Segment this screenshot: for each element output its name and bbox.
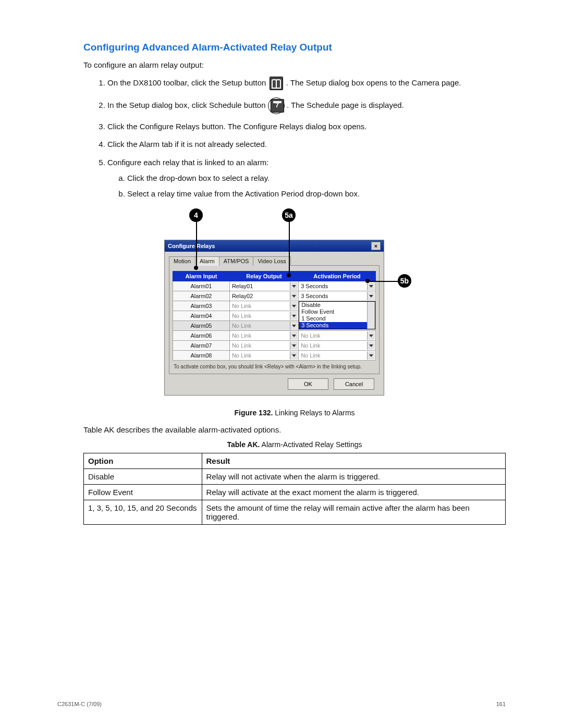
relay-grid: Alarm Input Relay Output Activation Peri… [173, 271, 376, 361]
alarm-cell: Alarm02 [173, 291, 230, 301]
relay-output-dropdown[interactable]: No Link [229, 321, 298, 331]
relay-value: No Link [232, 352, 251, 359]
page-footer: C2631M-C (7/09) 161 [57, 701, 506, 707]
period-value: 3 Seconds [301, 293, 328, 299]
alarm-cell: Alarm06 [173, 331, 230, 341]
callout-5b-label: 5b [400, 277, 409, 285]
scrollbar[interactable] [367, 302, 375, 329]
callout-5a: 5a [282, 208, 296, 222]
dropdown-option[interactable]: 1 Second [299, 315, 375, 322]
chevron-down-icon[interactable] [367, 292, 375, 300]
chevron-down-icon[interactable] [367, 282, 375, 290]
chevron-down-icon[interactable] [290, 341, 298, 350]
chevron-down-icon[interactable] [290, 282, 298, 290]
callout-5b: 5b [398, 274, 411, 288]
relay-output-dropdown[interactable]: No Link [229, 331, 298, 341]
relay-output-dropdown[interactable]: Relay02 [229, 291, 298, 301]
tab-videoloss[interactable]: Video Loss [253, 256, 290, 266]
alarm-cell: Alarm08 [173, 351, 230, 361]
activation-period-dropdown[interactable]: No Link [299, 331, 376, 341]
setup-icon [270, 77, 283, 90]
activation-period-dropdown[interactable]: No Link [299, 351, 376, 361]
option-cell: Disable [84, 469, 202, 485]
chevron-down-icon[interactable] [290, 331, 298, 340]
callout-4-label: 4 [194, 211, 198, 219]
activation-period-dropdown[interactable]: 3 Seconds [299, 291, 376, 301]
chevron-down-icon[interactable] [367, 341, 375, 350]
activation-period-dropdown-open[interactable]: Disable Follow Event 1 Second 3 Seconds [299, 301, 376, 321]
options-row: 1, 3, 5, 10, 15, and 20 Seconds Sets the… [84, 500, 506, 525]
close-icon[interactable]: × [371, 242, 381, 250]
col-alarm-input: Alarm Input [173, 272, 230, 281]
activation-period-dropdown[interactable]: 3 Seconds [299, 281, 376, 291]
dropdown-listbox[interactable]: Disable Follow Event 1 Second 3 Seconds [299, 301, 375, 329]
relay-value: No Link [232, 303, 251, 309]
callout-5a-label: 5a [285, 211, 293, 219]
period-value: 3 Seconds [301, 283, 328, 289]
relay-output-dropdown[interactable]: Relay01 [229, 281, 298, 291]
annotated-screenshot: 4 5a 5b Configure Relays × Motion Alarm [164, 208, 425, 401]
step-4: Click the Alarm tab if it is not already… [107, 139, 506, 150]
step-2: In the Setup dialog box, click Schedule … [107, 97, 506, 114]
cancel-button[interactable]: Cancel [334, 378, 374, 390]
options-table: Option Result Disable Relay will not act… [83, 453, 506, 525]
relay-output-dropdown[interactable]: No Link [229, 301, 298, 311]
step-5-text: Configure each relay that is linked to a… [107, 158, 268, 167]
tab-motion[interactable]: Motion [169, 256, 195, 266]
option-cell: 1, 3, 5, 10, 15, and 20 Seconds [84, 500, 202, 525]
dropdown-option[interactable]: Disable [299, 302, 375, 309]
chevron-down-icon[interactable] [290, 292, 298, 300]
alarm-cell: Alarm05 [173, 321, 230, 331]
chevron-down-icon[interactable] [290, 312, 298, 320]
dialog-titlebar: Configure Relays × [165, 240, 384, 252]
relay-output-dropdown[interactable]: No Link [229, 341, 298, 351]
dropdown-option-selected[interactable]: 3 Seconds [299, 322, 375, 329]
options-row: Disable Relay will not activate when the… [84, 469, 506, 485]
alarm-cell: Alarm07 [173, 341, 230, 351]
period-value: No Link [301, 342, 320, 349]
table-caption: Table AK. Alarm-Activated Relay Settings [83, 440, 506, 449]
period-value: No Link [301, 352, 320, 359]
substep-list: Click the drop-down box to select a rela… [107, 173, 506, 200]
tab-alarm[interactable]: Alarm [195, 256, 219, 266]
chevron-down-icon[interactable] [367, 331, 375, 340]
ok-button[interactable]: OK [288, 378, 328, 390]
relay-output-dropdown[interactable]: No Link [229, 311, 298, 321]
step-5: Configure each relay that is linked to a… [107, 157, 506, 200]
activation-period-dropdown[interactable]: No Link [299, 341, 376, 351]
relay-output-dropdown[interactable]: No Link [229, 351, 298, 361]
chevron-down-icon[interactable] [290, 351, 298, 360]
section-heading: Configuring Advanced Alarm-Activated Rel… [83, 42, 506, 53]
dropdown-option[interactable]: Follow Event [299, 309, 375, 315]
chevron-down-icon[interactable] [290, 302, 298, 310]
step-3: Click the Configure Relays button. The C… [107, 121, 506, 132]
hint-text: To activate combo box, you should link <… [174, 364, 375, 369]
relay-value: No Link [232, 342, 251, 349]
dialog-title: Configure Relays [168, 243, 215, 249]
figure-caption: Figure 132. Linking Relays to Alarms [83, 409, 506, 417]
relay-value: Relay01 [232, 283, 253, 289]
step-2-text-b: . The Schedule page is displayed. [287, 101, 404, 109]
result-cell: Relay will not activate when the alarm i… [202, 469, 505, 485]
tab-content: Alarm Input Relay Output Activation Peri… [169, 265, 380, 374]
options-head-option: Option [84, 453, 202, 469]
chevron-down-icon[interactable] [367, 351, 375, 360]
step-1: On the DX8100 toolbar, click the Setup b… [107, 77, 506, 90]
tab-bar: Motion Alarm ATM/POS Video Loss [169, 256, 380, 265]
grid-row: Alarm08 No Link No Link [173, 351, 376, 361]
chevron-down-icon[interactable] [290, 322, 298, 330]
grid-row: Alarm07 No Link No Link [173, 341, 376, 351]
result-cell: Relay will activate at the exact moment … [202, 485, 505, 500]
tab-atmpos[interactable]: ATM/POS [219, 256, 254, 266]
step-1-text-b: . The Setup dialog box opens to the Came… [286, 78, 461, 87]
grid-row: Alarm02 Relay02 3 Seconds [173, 291, 376, 301]
relay-value: Relay02 [232, 293, 253, 299]
options-row: Follow Event Relay will activate at the … [84, 485, 506, 500]
grid-row: Alarm06 No Link No Link [173, 331, 376, 341]
step-2-text-a: In the Setup dialog box, click Schedule … [107, 101, 268, 109]
alarm-cell: Alarm01 [173, 281, 230, 291]
options-head-result: Result [202, 453, 505, 469]
option-cell: Follow Event [84, 485, 202, 500]
relay-value: No Link [232, 332, 251, 339]
schedule-icon-circle [268, 97, 285, 114]
